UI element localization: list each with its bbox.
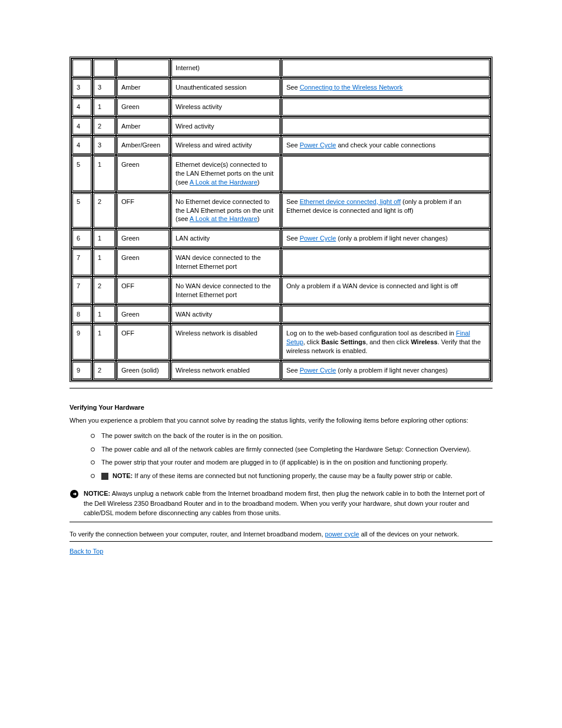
col-mode: 3 <box>92 78 116 97</box>
action-link[interactable]: Connecting to the Wireless Network <box>300 84 403 91</box>
col-mode: 2 <box>92 361 116 380</box>
table-row: 52OFFNo Ethernet device connected to the… <box>71 192 491 229</box>
col-mode: 1 <box>92 324 116 361</box>
list-item: The power cable and all of the network c… <box>91 444 492 454</box>
col-action: See Power Cycle and check your cable con… <box>281 136 491 155</box>
col-light: 4 <box>71 97 92 117</box>
col-action <box>281 248 491 276</box>
action-link[interactable]: Power Cycle <box>300 367 336 374</box>
col-mode: 1 <box>92 248 116 276</box>
col-color: OFF <box>116 324 170 361</box>
col-action: Only a problem if a WAN device is connec… <box>281 276 491 305</box>
col-color: Green <box>116 248 170 276</box>
col-desc: Wireless network enabled <box>170 361 281 380</box>
col-action <box>281 58 491 78</box>
note-icon <box>101 473 108 480</box>
col-color: OFF <box>116 276 170 305</box>
col-desc: Wired activity <box>170 117 281 136</box>
col-mode <box>92 58 116 78</box>
col-light: 9 <box>71 361 92 380</box>
col-mode: 2 <box>92 276 116 305</box>
col-mode: 2 <box>92 192 116 229</box>
col-color: Green (solid) <box>116 361 170 380</box>
notice-text: Always unplug a network cable from the I… <box>84 490 485 516</box>
col-action: See Power Cycle (only a problem if light… <box>281 229 491 248</box>
col-mode: 3 <box>92 136 116 155</box>
col-light: 5 <box>71 192 92 229</box>
col-light: 7 <box>71 248 92 276</box>
status-table: Internet)33AmberUnauthenticated sessionS… <box>70 57 492 382</box>
table-row: 72OFFNo WAN device connected to the Inte… <box>71 276 491 305</box>
action-link[interactable]: Ethernet device connected, light off <box>300 198 401 205</box>
notice-label: NOTICE: <box>84 490 110 497</box>
table-row: 41GreenWireless activity <box>71 97 491 117</box>
section-heading: Verifying Your Hardware <box>70 404 492 411</box>
col-color: Green <box>116 229 170 248</box>
desc-link[interactable]: A Look at the Hardware <box>190 215 257 222</box>
col-action <box>281 117 491 136</box>
notes-list: The power switch on the back of the rout… <box>91 431 492 480</box>
col-desc: Wireless and wired activity <box>170 136 281 155</box>
divider <box>70 388 492 388</box>
table-row: 81GreenWAN activity <box>71 305 491 324</box>
col-desc: Wireless activity <box>170 97 281 117</box>
table-row: Internet) <box>71 58 491 78</box>
table-row: 33AmberUnauthenticated sessionSee Connec… <box>71 78 491 97</box>
col-action: See Power Cycle (only a problem if light… <box>281 361 491 380</box>
table-row: 91OFFWireless network is disabledLog on … <box>71 324 491 361</box>
table-row: 42AmberWired activity <box>71 117 491 136</box>
col-desc: Internet) <box>170 58 281 78</box>
table-row: 43Amber/GreenWireless and wired activity… <box>71 136 491 155</box>
col-light: 6 <box>71 229 92 248</box>
col-color: Green <box>116 155 170 192</box>
col-desc: Ethernet device(s) connected to the LAN … <box>170 155 281 192</box>
table-row: 71GreenWAN device connected to the Inter… <box>71 248 491 276</box>
action-link[interactable]: Power Cycle <box>300 235 336 242</box>
col-color: Green <box>116 97 170 117</box>
col-desc: WAN activity <box>170 305 281 324</box>
col-mode: 1 <box>92 97 116 117</box>
col-action: Log on to the web-based configuration to… <box>281 324 491 361</box>
action-link[interactable]: Power Cycle <box>300 141 336 149</box>
col-desc: Unauthenticated session <box>170 78 281 97</box>
table-row: 61GreenLAN activitySee Power Cycle (only… <box>71 229 491 248</box>
col-desc: No Ethernet device connected to the LAN … <box>170 192 281 229</box>
table-row: 51GreenEthernet device(s) connected to t… <box>71 155 491 192</box>
desc-link[interactable]: A Look at the Hardware <box>190 179 257 186</box>
col-action: See Ethernet device connected, light off… <box>281 192 491 229</box>
list-item: NOTE: If any of these items are connecte… <box>91 471 492 481</box>
col-color <box>116 58 170 78</box>
col-mode: 1 <box>92 155 116 192</box>
col-color: Amber/Green <box>116 136 170 155</box>
table-row: 92Green (solid)Wireless network enabledS… <box>71 361 491 380</box>
col-action <box>281 155 491 192</box>
list-item: The power strip that your router and mod… <box>91 457 492 467</box>
col-desc: No WAN device connected to the Internet … <box>170 276 281 305</box>
col-light: 7 <box>71 276 92 305</box>
col-light: 9 <box>71 324 92 361</box>
intro-text: When you experience a problem that you c… <box>70 416 492 426</box>
verify-connection-text: To verify the connection between your co… <box>70 529 492 539</box>
col-mode: 2 <box>92 117 116 136</box>
power-cycle-link[interactable]: power cycle <box>325 531 359 538</box>
col-desc: Wireless network is disabled <box>170 324 281 361</box>
back-to-top-link[interactable]: Back to Top <box>70 548 103 555</box>
col-light: 3 <box>71 78 92 97</box>
action-link[interactable]: Final Setup <box>286 330 470 345</box>
col-desc: WAN device connected to the Internet Eth… <box>170 248 281 276</box>
col-mode: 1 <box>92 305 116 324</box>
notice-block: NOTICE: Always unplug a network cable fr… <box>70 489 492 518</box>
divider <box>70 541 492 542</box>
col-light: 5 <box>71 155 92 192</box>
col-light: 4 <box>71 117 92 136</box>
col-light: 4 <box>71 136 92 155</box>
col-color: Amber <box>116 78 170 97</box>
col-color: Amber <box>116 117 170 136</box>
col-action: See Connecting to the Wireless Network <box>281 78 491 97</box>
col-light: 8 <box>71 305 92 324</box>
col-color: OFF <box>116 192 170 229</box>
notice-icon <box>70 489 79 499</box>
col-color: Green <box>116 305 170 324</box>
col-mode: 1 <box>92 229 116 248</box>
col-desc: LAN activity <box>170 229 281 248</box>
